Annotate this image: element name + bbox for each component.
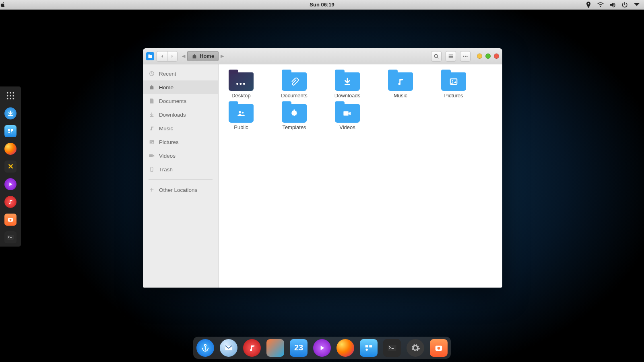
calendar-day-label: 23 — [294, 343, 303, 352]
sidebar-item-trash[interactable]: Trash — [143, 162, 218, 176]
view-list-button[interactable] — [446, 51, 456, 62]
pictures-icon — [149, 139, 155, 145]
sidebar-item-label: Home — [159, 84, 173, 90]
dock-mail-icon[interactable] — [220, 339, 237, 357]
svg-point-21 — [466, 56, 468, 57]
svg-rect-25 — [149, 154, 153, 157]
sidebar-item-recent[interactable]: Recent — [143, 67, 218, 80]
sidebar-separator — [149, 179, 213, 180]
sidebar-item-documents[interactable]: Documents — [143, 94, 218, 108]
svg-rect-17 — [449, 56, 453, 57]
dock-music-icon[interactable] — [243, 339, 261, 357]
svg-rect-33 — [365, 345, 368, 348]
svg-point-3 — [7, 95, 8, 97]
dash-download-manager-icon[interactable] — [4, 107, 17, 119]
folder-documents[interactable]: Documents — [276, 70, 313, 99]
plus-icon — [149, 187, 155, 193]
downloads-icon — [149, 111, 155, 118]
sidebar-item-home[interactable]: Home — [143, 80, 218, 94]
sidebar-item-label: Documents — [159, 98, 186, 104]
folder-label: Downloads — [334, 93, 360, 99]
svg-rect-26 — [345, 84, 350, 85]
folder-label: Templates — [282, 124, 306, 130]
more-menu-button[interactable] — [460, 51, 471, 62]
sidebar-item-other-locations[interactable]: Other Locations — [143, 183, 218, 197]
sidebar-item-downloads[interactable]: Downloads — [143, 108, 218, 121]
path-chevron-right-icon[interactable]: ▶ — [219, 53, 226, 59]
dash-screenshot-icon[interactable] — [4, 214, 17, 226]
search-button[interactable] — [431, 51, 442, 62]
dock-screenshot-icon[interactable] — [430, 339, 448, 357]
dock-files-icon[interactable] — [360, 339, 378, 357]
window-close-button[interactable] — [494, 53, 499, 59]
window-controls — [477, 53, 499, 59]
power-icon[interactable] — [621, 2, 628, 8]
sidebar-item-label: Music — [159, 125, 173, 132]
paperclip-icon — [282, 72, 307, 91]
path-segment-label: Home — [200, 53, 214, 59]
sidebar-item-music[interactable]: Music — [143, 121, 218, 135]
sidebar-item-videos[interactable]: Videos — [143, 149, 218, 162]
dock-terminal-icon[interactable] — [383, 339, 401, 357]
sidebar-item-label: Pictures — [159, 139, 179, 145]
sidebar-item-label: Trash — [159, 167, 173, 173]
dock-calendar-icon[interactable]: 23 — [290, 339, 308, 357]
wifi-icon[interactable] — [597, 2, 604, 8]
folder-videos[interactable]: Videos — [329, 102, 366, 130]
menubar-tray — [585, 2, 644, 8]
svg-rect-31 — [343, 111, 348, 116]
window-minimize-button[interactable] — [477, 53, 482, 59]
svg-point-15 — [434, 54, 438, 58]
sidebar-item-label: Downloads — [159, 112, 186, 118]
folder-public[interactable]: Public — [223, 102, 260, 130]
menu-chevron-down-icon[interactable] — [634, 2, 640, 8]
sidebar-item-label: Recent — [159, 71, 176, 77]
dash-apps-grid-icon[interactable] — [4, 90, 17, 102]
dash-music-icon[interactable] — [4, 196, 17, 208]
nav-forward-button[interactable] — [167, 51, 178, 62]
svg-point-38 — [438, 347, 440, 350]
dash-files-icon[interactable] — [4, 125, 17, 137]
path-chevron-left-icon[interactable]: ◀ — [180, 53, 187, 59]
dash-plex-icon[interactable]: ✕ — [4, 160, 17, 173]
videos-icon — [149, 152, 155, 159]
folder-label: Documents — [281, 93, 308, 99]
dash-firefox-icon[interactable] — [4, 143, 17, 155]
trash-icon — [149, 166, 155, 173]
dock-media-player-icon[interactable] — [313, 339, 331, 357]
folder-pictures[interactable]: Pictures — [435, 70, 472, 99]
window-maximize-button[interactable] — [485, 53, 491, 59]
folder-templates[interactable]: Templates — [276, 102, 313, 130]
home-icon — [149, 84, 155, 90]
dock-photos-icon[interactable] — [266, 339, 284, 357]
folder-desktop[interactable]: ••• Desktop — [223, 70, 260, 99]
folder-downloads[interactable]: Downloads — [329, 70, 366, 99]
volume-icon[interactable] — [609, 2, 616, 8]
location-icon[interactable] — [585, 2, 592, 8]
dock-firefox-icon[interactable] — [336, 339, 354, 357]
path-segment-home[interactable]: Home — [187, 51, 219, 61]
dock-settings-icon[interactable] — [407, 339, 424, 357]
dock-anchor-icon[interactable] — [196, 339, 214, 357]
dash-terminal-icon[interactable] — [4, 231, 17, 243]
music-icon — [149, 125, 155, 132]
desktop-dots-icon: ••• — [229, 72, 254, 91]
svg-point-8 — [13, 98, 14, 100]
svg-rect-36 — [388, 345, 396, 351]
home-icon — [192, 53, 197, 59]
path-bar: ◀ Home ▶ — [180, 51, 226, 61]
svg-point-19 — [463, 56, 464, 57]
svg-point-30 — [242, 112, 244, 114]
menubar-clock[interactable]: Sun 06:19 — [310, 2, 334, 8]
svg-point-32 — [204, 344, 206, 346]
sidebar-item-pictures[interactable]: Pictures — [143, 135, 218, 149]
clock-icon — [149, 70, 155, 77]
folder-music[interactable]: Music — [382, 70, 419, 99]
nav-back-button[interactable] — [157, 51, 167, 62]
file-manager-content[interactable]: ••• Desktop Documents Downloads Music — [219, 64, 502, 288]
folder-label: Public — [234, 124, 248, 130]
svg-rect-18 — [449, 57, 453, 58]
puzzle-icon — [282, 104, 307, 123]
apple-menu-icon[interactable] — [0, 2, 10, 8]
dash-media-player-icon[interactable] — [4, 178, 17, 190]
